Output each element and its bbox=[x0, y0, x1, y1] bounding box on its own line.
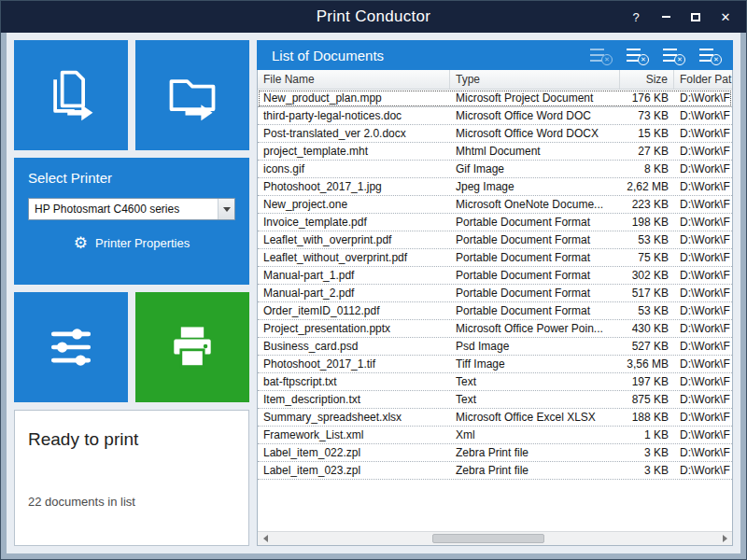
table-header-row: File Name Type Size Folder Pat bbox=[258, 70, 732, 90]
cell-folder-path: D:\Work\F bbox=[674, 411, 732, 424]
scrollbar-thumb[interactable] bbox=[432, 534, 544, 543]
scroll-right-arrow-icon[interactable] bbox=[717, 532, 732, 545]
column-header-folder-path[interactable]: Folder Pat bbox=[674, 70, 732, 89]
add-documents-tile[interactable] bbox=[14, 40, 128, 150]
cell-size: 198 KB bbox=[620, 216, 674, 229]
table-row[interactable]: Manual-part_2.pdfPortable Document Forma… bbox=[258, 285, 732, 302]
table-row[interactable]: Project_presentation.pptxMicrosoft Offic… bbox=[258, 320, 732, 338]
cell-file-name: Leaflet_with_overprint.pdf bbox=[258, 233, 450, 246]
cell-file-name: Photoshoot_2017_1.jpg bbox=[258, 180, 450, 193]
help-button[interactable]: ? bbox=[630, 11, 641, 23]
add-folder-icon bbox=[164, 67, 220, 123]
cell-size: 527 KB bbox=[620, 340, 674, 353]
mid-tiles bbox=[14, 292, 249, 402]
title-bar: Print Conductor ? ✕ bbox=[1, 1, 746, 33]
cell-folder-path: D:\Work\F bbox=[674, 375, 732, 388]
cell-file-name: third-party-legal-notices.doc bbox=[258, 109, 450, 122]
cell-file-name: Summary_spreadsheet.xlsx bbox=[258, 411, 450, 424]
table-row[interactable]: New_product_plan.mppMicrosoft Project Do… bbox=[258, 90, 732, 107]
table-row[interactable]: Label_item_023.zplZebra Print file3 KBD:… bbox=[258, 462, 732, 480]
table-row[interactable]: Photoshoot_2017_1.jpgJpeg Image2,62 MBD:… bbox=[258, 178, 732, 196]
table-row[interactable]: Framework_List.xmlXml1 KBD:\Work\F bbox=[258, 427, 732, 444]
cell-type: Text bbox=[450, 375, 620, 388]
remove-printed-icon[interactable] bbox=[699, 47, 722, 63]
cell-file-name: Framework_List.xml bbox=[258, 428, 450, 441]
cell-type: Microsoft Office Power Poin... bbox=[450, 322, 620, 335]
cell-folder-path: D:\Work\F bbox=[674, 322, 732, 335]
minimize-button[interactable] bbox=[660, 16, 671, 18]
sidebar: Select Printer HP Photosmart C4600 serie… bbox=[14, 40, 249, 546]
cell-type: Mhtml Document bbox=[450, 145, 620, 158]
scrollbar-track[interactable] bbox=[273, 532, 717, 545]
cell-size: 176 KB bbox=[620, 91, 674, 105]
remove-failed-icon[interactable] bbox=[663, 47, 685, 63]
table-row[interactable]: New_project.oneMicrosoft OneNote Docume.… bbox=[258, 196, 732, 214]
printer-properties-label: Printer Properties bbox=[95, 236, 190, 250]
table-row[interactable]: Label_item_022.zplZebra Print file3 KBD:… bbox=[258, 444, 732, 462]
cell-file-name: Order_itemID_0112.pdf bbox=[258, 304, 450, 317]
cell-folder-path: D:\Work\F bbox=[674, 216, 732, 229]
table-row[interactable]: Item_description.txtText875 KBD:\Work\F bbox=[258, 391, 732, 409]
cell-size: 875 KB bbox=[620, 393, 674, 406]
settings-tile[interactable] bbox=[14, 292, 128, 402]
cell-file-name: Photoshoot_2017_1.tif bbox=[258, 357, 450, 371]
remove-selected-icon[interactable] bbox=[627, 47, 649, 63]
cell-size: 223 KB bbox=[620, 198, 674, 211]
cell-type: Jpeg Image bbox=[450, 180, 620, 193]
cell-folder-path: D:\Work\F bbox=[674, 180, 732, 193]
cell-size: 53 KB bbox=[620, 304, 674, 317]
table-row[interactable]: bat-ftpscript.txtText197 KBD:\Work\F bbox=[258, 373, 732, 391]
table-row[interactable]: Post-translated_ver 2.0.docxMicrosoft Of… bbox=[258, 125, 732, 143]
printer-select-value: HP Photosmart C4600 series bbox=[35, 203, 218, 216]
cell-file-name: New_product_plan.mpp bbox=[258, 91, 450, 105]
printer-select[interactable]: HP Photosmart C4600 series bbox=[28, 198, 235, 220]
cell-file-name: Label_item_022.zpl bbox=[258, 446, 450, 459]
cell-type: Microsoft Office Word DOCX bbox=[450, 127, 620, 140]
table-row[interactable]: Photoshoot_2017_1.tifTiff Image3,56 MBD:… bbox=[258, 356, 732, 373]
cell-size: 2,62 MB bbox=[620, 180, 674, 193]
print-tile[interactable] bbox=[135, 292, 249, 402]
list-header-bar: List of Documents bbox=[257, 40, 733, 70]
close-button[interactable]: ✕ bbox=[720, 11, 731, 23]
table-row[interactable]: Leaflet_without_overprint.pdfPortable Do… bbox=[258, 249, 732, 267]
table-row[interactable]: Invoice_template.pdfPortable Document Fo… bbox=[258, 214, 732, 231]
add-folder-tile[interactable] bbox=[135, 40, 249, 150]
table-row[interactable]: Business_card.psdPsd Image527 KBD:\Work\… bbox=[258, 338, 732, 356]
table-row[interactable]: Order_itemID_0112.pdfPortable Document F… bbox=[258, 302, 732, 320]
cell-size: 188 KB bbox=[620, 411, 674, 424]
maximize-button[interactable] bbox=[690, 13, 701, 21]
table-row[interactable]: Summary_spreadsheet.xlsxMicrosoft Office… bbox=[258, 409, 732, 427]
table-row[interactable]: third-party-legal-notices.docMicrosoft O… bbox=[258, 107, 732, 125]
cell-file-name: Project_presentation.pptx bbox=[258, 322, 450, 335]
table-row[interactable]: Manual-part_1.pdfPortable Document Forma… bbox=[258, 267, 732, 285]
cell-file-name: bat-ftpscript.txt bbox=[258, 375, 450, 388]
cell-file-name: New_project.one bbox=[258, 198, 450, 211]
table-row[interactable]: Leaflet_with_overprint.pdfPortable Docum… bbox=[258, 231, 732, 249]
cell-folder-path: D:\Work\F bbox=[674, 287, 732, 300]
horizontal-scrollbar[interactable] bbox=[258, 531, 732, 545]
document-table: File Name Type Size Folder Pat New_produ… bbox=[257, 70, 733, 546]
cell-type: Microsoft Office Excel XLSX bbox=[450, 411, 620, 424]
cell-size: 3 KB bbox=[620, 446, 674, 459]
cell-type: Portable Document Format bbox=[450, 216, 620, 229]
cell-size: 8 KB bbox=[620, 162, 674, 175]
cell-type: Portable Document Format bbox=[450, 269, 620, 282]
cell-folder-path: D:\Work\F bbox=[674, 198, 732, 211]
cell-folder-path: D:\Work\F bbox=[674, 251, 732, 264]
table-row[interactable]: icons.gifGif Image8 KBD:\Work\F bbox=[258, 161, 732, 178]
cell-folder-path: D:\Work\F bbox=[674, 145, 732, 158]
printer-icon bbox=[164, 319, 220, 375]
cell-folder-path: D:\Work\F bbox=[674, 340, 732, 353]
column-header-file-name[interactable]: File Name bbox=[258, 70, 450, 89]
column-header-size[interactable]: Size bbox=[620, 70, 674, 89]
maximize-icon bbox=[691, 13, 700, 21]
printer-properties-button[interactable]: ⚙ Printer Properties bbox=[28, 235, 235, 251]
table-row[interactable]: project_template.mhtMhtml Document27 KBD… bbox=[258, 143, 732, 161]
column-header-type[interactable]: Type bbox=[450, 70, 620, 89]
scroll-left-arrow-icon[interactable] bbox=[258, 532, 273, 545]
status-panel: Ready to print 22 documents in list bbox=[14, 410, 249, 546]
clear-list-icon[interactable] bbox=[590, 47, 613, 63]
top-tiles bbox=[14, 40, 249, 150]
cell-size: 15 KB bbox=[620, 127, 674, 140]
cell-file-name: Business_card.psd bbox=[258, 340, 450, 353]
